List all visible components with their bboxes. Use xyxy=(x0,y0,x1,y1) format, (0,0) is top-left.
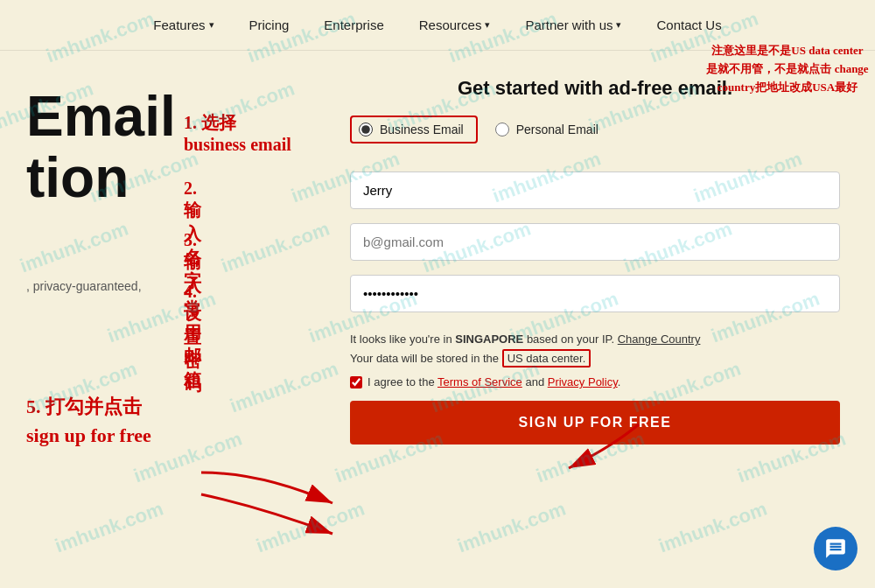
location-notice: It looks like you're in SINGAPORE based … xyxy=(350,330,840,368)
business-email-radio[interactable] xyxy=(359,122,373,136)
personal-email-option[interactable]: Personal Email xyxy=(495,122,598,136)
annotation-step4: 4. 设置密码 xyxy=(184,282,201,396)
hero-subtitle: , privacy-guaranteed, xyxy=(26,279,332,293)
personal-email-radio[interactable] xyxy=(495,122,509,136)
chevron-down-icon: ▾ xyxy=(616,19,621,31)
signup-button[interactable]: SIGN UP FOR FREE xyxy=(350,401,840,444)
privacy-link[interactable]: Privacy Policy xyxy=(548,375,618,388)
password-input[interactable] xyxy=(350,275,840,312)
annotation-step1: 1. 选择 business email xyxy=(184,111,291,155)
side-note: 注意这里是不是US data center 是就不用管，不是就点击 change… xyxy=(691,42,875,96)
annotation-step5: 5. 打勾并点击 sign up for free xyxy=(26,392,151,450)
name-input[interactable] xyxy=(350,172,840,209)
nav-pricing[interactable]: Pricing xyxy=(249,18,290,32)
nav-contact[interactable]: Contact Us xyxy=(656,18,721,32)
signup-form-area: Get started with ad-free email. 1. 选择 bu… xyxy=(332,77,875,444)
email-type-selector: Business Email Personal Email xyxy=(350,116,598,144)
data-center-highlight: US data center. xyxy=(502,349,592,368)
arrow-step5-signup xyxy=(192,490,350,542)
nav-features[interactable]: Features ▾ xyxy=(153,18,214,32)
terms-link[interactable]: Terms of Service xyxy=(438,375,522,388)
nav-resources[interactable]: Resources ▾ xyxy=(419,18,491,32)
nav-partner[interactable]: Partner with us ▾ xyxy=(525,18,621,32)
nav-enterprise[interactable]: Enterprise xyxy=(324,18,383,32)
chat-button[interactable] xyxy=(814,527,858,570)
change-country-link[interactable]: Change Country xyxy=(618,332,701,346)
arrow-step5-checkbox xyxy=(192,464,350,516)
email-input[interactable] xyxy=(350,223,840,261)
business-email-option[interactable]: Business Email xyxy=(359,122,464,136)
terms-checkbox[interactable] xyxy=(350,376,362,388)
chevron-down-icon: ▾ xyxy=(209,19,214,31)
terms-checkbox-row: I agree to the Terms of Service and Priv… xyxy=(350,375,840,388)
chevron-down-icon: ▾ xyxy=(485,19,490,31)
chat-icon xyxy=(824,537,847,560)
